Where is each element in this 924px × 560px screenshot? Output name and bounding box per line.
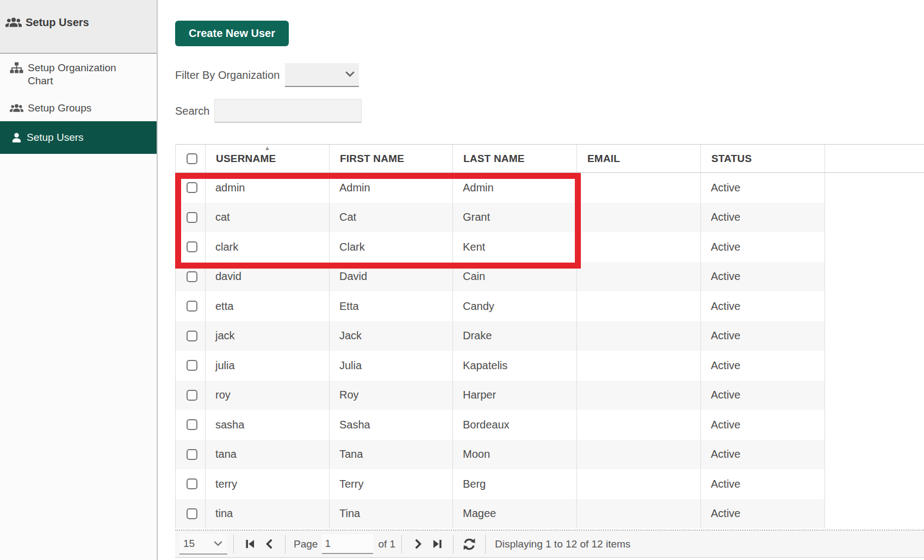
row-checkbox[interactable]: [187, 241, 197, 252]
sidebar-header-label: Setup Users: [26, 16, 89, 29]
column-header-email[interactable]: EMAIL: [577, 145, 701, 172]
first-page-button[interactable]: [243, 537, 257, 551]
table-row: clarkClarkKentActive: [176, 232, 924, 262]
cell-status: Active: [701, 232, 825, 262]
cell-last-name: Kent: [453, 232, 577, 262]
row-checkbox-cell: [176, 381, 206, 410]
column-header-label: FIRST NAME: [340, 153, 404, 165]
row-checkbox-cell: [176, 262, 206, 292]
cell-email: [577, 321, 701, 351]
row-checkbox[interactable]: [187, 360, 197, 371]
cell-empty: [825, 499, 924, 529]
sidebar-item-setup-users[interactable]: Setup Users: [0, 121, 157, 154]
cell-username: clark: [206, 232, 330, 262]
sidebar-nav: Setup Organization Chart Setup Groups Se…: [0, 54, 157, 154]
table-row: juliaJuliaKapatelisActive: [176, 351, 924, 381]
row-checkbox[interactable]: [187, 449, 197, 460]
row-checkbox[interactable]: [187, 271, 197, 282]
select-all-checkbox[interactable]: [187, 153, 197, 164]
cell-username: david: [206, 262, 330, 292]
total-pages-label: of 1: [378, 538, 395, 550]
column-header-label: USERNAME: [216, 153, 276, 165]
cell-first-name: Clark: [330, 232, 453, 262]
table-body: adminAdminAdminActivecatCatGrantActivecl…: [176, 173, 924, 528]
table-row: tinaTinaMageeActive: [176, 499, 924, 529]
pagination-bar: 15 Page of 1: [175, 530, 924, 558]
chevron-down-icon: [214, 541, 222, 546]
cell-first-name: Julia: [330, 351, 453, 381]
page-size-select[interactable]: 15: [179, 534, 227, 555]
cell-last-name: Drake: [453, 321, 577, 351]
row-checkbox[interactable]: [187, 331, 197, 341]
users-table: ▲ USERNAME FIRST NAME LAST NAME EMAIL ST…: [175, 144, 924, 528]
cell-email: [577, 203, 701, 233]
cell-status: Active: [701, 203, 825, 233]
row-checkbox-cell: [176, 469, 206, 499]
row-checkbox-cell: [176, 321, 206, 351]
cell-first-name: Jack: [330, 321, 453, 351]
cell-last-name: Candy: [453, 291, 577, 321]
cell-status: Active: [701, 410, 825, 440]
page-number-input[interactable]: [322, 534, 373, 554]
previous-page-button[interactable]: [262, 537, 276, 551]
cell-status: Active: [701, 321, 825, 351]
organization-filter-select[interactable]: [285, 63, 359, 87]
cell-status: Active: [701, 173, 825, 203]
column-header-last-name[interactable]: LAST NAME: [453, 145, 577, 172]
last-page-icon: [432, 538, 443, 550]
refresh-button[interactable]: [462, 537, 476, 551]
cell-last-name: Magee: [453, 499, 577, 529]
sidebar-item-setup-organization-chart[interactable]: Setup Organization Chart: [0, 54, 157, 95]
cell-username: terry: [206, 469, 330, 499]
cell-last-name: Kapatelis: [453, 351, 577, 381]
cell-status: Active: [701, 469, 825, 499]
create-new-user-button[interactable]: Create New User: [175, 21, 289, 46]
page-size-value: 15: [183, 538, 195, 550]
sidebar-item-setup-groups[interactable]: Setup Groups: [0, 95, 157, 121]
cell-status: Active: [701, 499, 825, 529]
row-checkbox[interactable]: [187, 478, 197, 489]
separator: [453, 535, 454, 553]
column-header-status[interactable]: STATUS: [701, 145, 825, 172]
table-row: terryTerryBergActive: [176, 469, 924, 499]
cell-username: cat: [206, 203, 330, 233]
cell-email: [577, 381, 701, 410]
row-checkbox[interactable]: [187, 182, 197, 193]
user-icon: [11, 132, 22, 144]
row-checkbox[interactable]: [187, 419, 197, 430]
search-label: Search: [175, 105, 209, 117]
row-checkbox-cell: [176, 173, 206, 203]
row-checkbox[interactable]: [187, 301, 197, 312]
last-page-button[interactable]: [430, 537, 444, 551]
sidebar: Setup Users Setup Organization Chart: [0, 0, 158, 560]
cell-email: [577, 351, 701, 381]
cell-empty: [825, 232, 924, 262]
column-header-username[interactable]: ▲ USERNAME: [206, 145, 330, 172]
row-checkbox-cell: [176, 232, 206, 262]
cell-email: [577, 291, 701, 321]
row-checkbox[interactable]: [187, 508, 197, 519]
separator: [285, 535, 286, 553]
cell-status: Active: [701, 262, 825, 292]
first-page-icon: [244, 538, 256, 550]
sidebar-item-label: Setup Groups: [28, 102, 126, 115]
next-page-button[interactable]: [411, 537, 425, 551]
table-row: adminAdminAdminActive: [176, 173, 924, 203]
cell-last-name: Harper: [453, 381, 577, 410]
cell-last-name: Cain: [453, 262, 577, 292]
column-header-first-name[interactable]: FIRST NAME: [330, 145, 453, 172]
org-chart-icon: [10, 62, 23, 74]
row-checkbox[interactable]: [187, 390, 197, 401]
cell-empty: [825, 291, 924, 321]
separator: [233, 535, 234, 553]
search-input[interactable]: [214, 99, 362, 123]
cell-empty: [825, 262, 924, 292]
column-header-label: STATUS: [711, 153, 752, 165]
cell-first-name: Cat: [330, 203, 453, 233]
cell-last-name: Berg: [453, 469, 577, 499]
cell-last-name: Admin: [453, 173, 577, 203]
cell-username: tana: [206, 440, 330, 470]
row-checkbox[interactable]: [187, 212, 197, 223]
select-all-cell: [176, 145, 206, 172]
cell-first-name: Sasha: [330, 410, 453, 440]
